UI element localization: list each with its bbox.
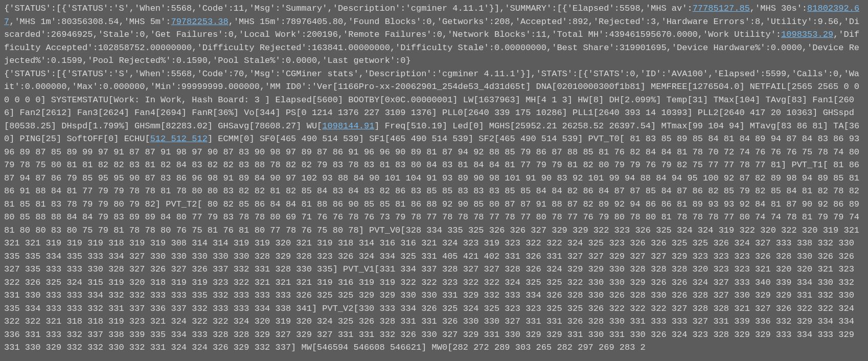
link-mhs-av[interactable]: 77785127.85	[693, 4, 750, 13]
link-echu[interactable]: 512 512 512	[150, 134, 208, 144]
stats-line: {'STATUS':[{'STATUS':'S','When':5568,'Co…	[4, 69, 864, 353]
link-wu[interactable]: 1098144.91	[322, 121, 374, 131]
link-mhs-5m[interactable]: 79782253.38	[171, 17, 228, 27]
link-work-utility[interactable]: 1098353.29	[781, 30, 833, 39]
terminal-output: {'STATUS':[{'STATUS':'S','When':5568,'Co…	[4, 2, 864, 354]
summary-line: {'STATUS':[{'STATUS':'S','When':5568,'Co…	[4, 4, 859, 65]
